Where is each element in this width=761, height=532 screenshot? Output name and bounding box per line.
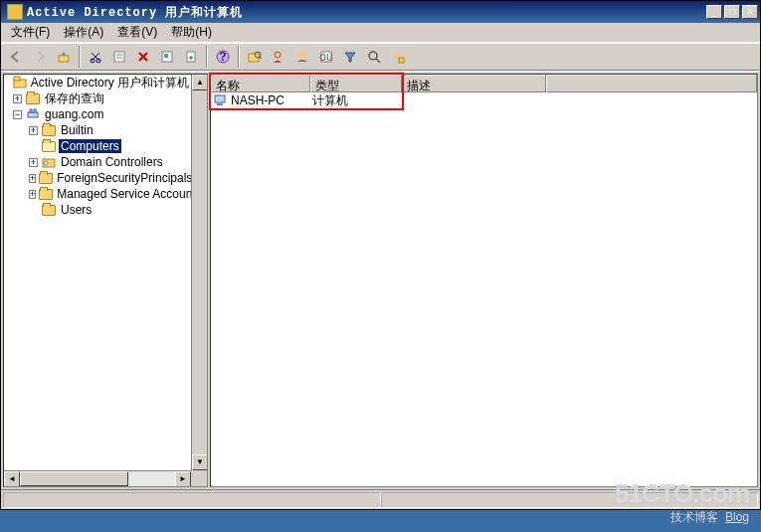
col-name[interactable]: 名称 — [211, 75, 310, 92]
status-cell-2 — [381, 492, 759, 508]
svg-point-19 — [369, 52, 377, 60]
svg-rect-7 — [164, 54, 168, 58]
folder-icon — [25, 91, 41, 105]
tree-dc[interactable]: Domain Controllers — [59, 155, 165, 169]
toolbar: ? ou — [1, 43, 760, 71]
folder-icon — [41, 203, 57, 217]
menu-help[interactable]: 帮助(H) — [165, 22, 218, 43]
svg-line-20 — [376, 59, 380, 63]
cell-type: 计算机 — [312, 92, 404, 109]
client-area: Active Directory 用户和计算机 +保存的查询 −guang.co… — [1, 71, 760, 489]
expand-fsp[interactable]: + — [29, 174, 36, 183]
tree-domain[interactable]: guang.com — [43, 107, 105, 121]
svg-point-16 — [302, 53, 307, 58]
svg-rect-25 — [28, 112, 38, 117]
menu-action[interactable]: 操作(A) — [58, 22, 109, 43]
find-icon[interactable] — [244, 46, 266, 68]
col-type[interactable]: 类型 — [310, 75, 402, 92]
export-icon[interactable] — [180, 46, 202, 68]
filter-icon[interactable] — [339, 46, 361, 68]
domain-icon — [25, 107, 41, 121]
folder-icon — [41, 123, 57, 137]
forward-button[interactable] — [29, 46, 51, 68]
svg-rect-26 — [30, 109, 32, 112]
tree-saved-queries[interactable]: 保存的查询 — [43, 90, 106, 107]
expand-saved[interactable]: + — [13, 94, 22, 103]
ou-icon — [41, 155, 57, 169]
app-icon — [7, 4, 23, 20]
folder-open-icon — [41, 139, 57, 153]
add-icon[interactable] — [387, 46, 409, 68]
new-group-icon[interactable] — [291, 46, 313, 68]
maximize-button[interactable]: □ — [724, 5, 740, 19]
tree-users[interactable]: Users — [59, 203, 94, 217]
mmc-root-icon — [13, 76, 27, 89]
collapse-domain[interactable]: − — [13, 110, 22, 119]
svg-text:?: ? — [219, 50, 226, 64]
new-ou-icon[interactable]: ou — [315, 46, 337, 68]
tree-msa[interactable]: Managed Service Accounts — [55, 187, 191, 201]
svg-point-14 — [275, 52, 281, 58]
status-cell-1 — [3, 492, 381, 508]
expand-builtin[interactable]: + — [29, 126, 38, 135]
tree-pane[interactable]: Active Directory 用户和计算机 +保存的查询 −guang.co… — [3, 74, 208, 487]
svg-line-13 — [260, 57, 262, 59]
svg-text:ou: ou — [319, 50, 332, 64]
menu-file[interactable]: 文件(F) — [5, 22, 56, 43]
help-icon[interactable]: ? — [212, 46, 234, 68]
app-window: Active Directory 用户和计算机 _ □ × 文件(F) 操作(A… — [0, 0, 761, 510]
new-user-icon[interactable] — [268, 46, 289, 68]
statusbar — [1, 489, 760, 509]
svg-rect-0 — [59, 56, 69, 62]
menubar: 文件(F) 操作(A) 查看(V) 帮助(H) — [1, 23, 760, 43]
tree-fsp[interactable]: ForeignSecurityPrincipals — [55, 171, 191, 185]
list-pane[interactable]: 名称 类型 描述 NASH-PC 计算机 — [210, 74, 758, 487]
folder-icon — [39, 171, 53, 185]
svg-rect-24 — [14, 77, 20, 81]
svg-rect-22 — [399, 58, 404, 63]
computer-icon — [213, 93, 229, 107]
menu-view[interactable]: 查看(V) — [111, 22, 163, 43]
refresh-icon[interactable] — [156, 46, 178, 68]
svg-rect-27 — [34, 109, 36, 112]
tree-vscrollbar[interactable]: ▲▼ — [191, 75, 207, 470]
col-desc[interactable]: 描述 — [402, 75, 546, 92]
tree-builtin[interactable]: Builtin — [59, 123, 95, 137]
col-filler — [546, 75, 757, 92]
properties-icon[interactable] — [108, 46, 130, 68]
expand-dc[interactable]: + — [29, 158, 38, 167]
up-button[interactable] — [53, 46, 75, 68]
tree-hscrollbar[interactable]: ◄► — [4, 470, 191, 486]
svg-point-21 — [393, 52, 399, 58]
minimize-button[interactable]: _ — [706, 5, 722, 19]
svg-rect-30 — [215, 95, 225, 102]
window-title: Active Directory 用户和计算机 — [27, 4, 704, 21]
cut-icon[interactable] — [85, 46, 106, 68]
svg-point-29 — [44, 161, 48, 165]
delete-icon[interactable] — [132, 46, 154, 68]
list-row[interactable]: NASH-PC 计算机 — [211, 92, 757, 108]
tree-root[interactable]: Active Directory 用户和计算机 — [29, 75, 191, 91]
svg-rect-3 — [114, 52, 124, 62]
search-icon[interactable] — [363, 46, 385, 68]
cell-name: NASH-PC — [231, 93, 312, 107]
svg-rect-31 — [217, 103, 223, 105]
column-headers: 名称 类型 描述 — [211, 75, 757, 92]
folder-icon — [39, 187, 53, 201]
tree-computers[interactable]: Computers — [59, 139, 121, 153]
back-button[interactable] — [5, 46, 27, 68]
expand-msa[interactable]: + — [29, 190, 36, 199]
close-button[interactable]: × — [742, 5, 758, 19]
titlebar[interactable]: Active Directory 用户和计算机 _ □ × — [1, 1, 760, 23]
